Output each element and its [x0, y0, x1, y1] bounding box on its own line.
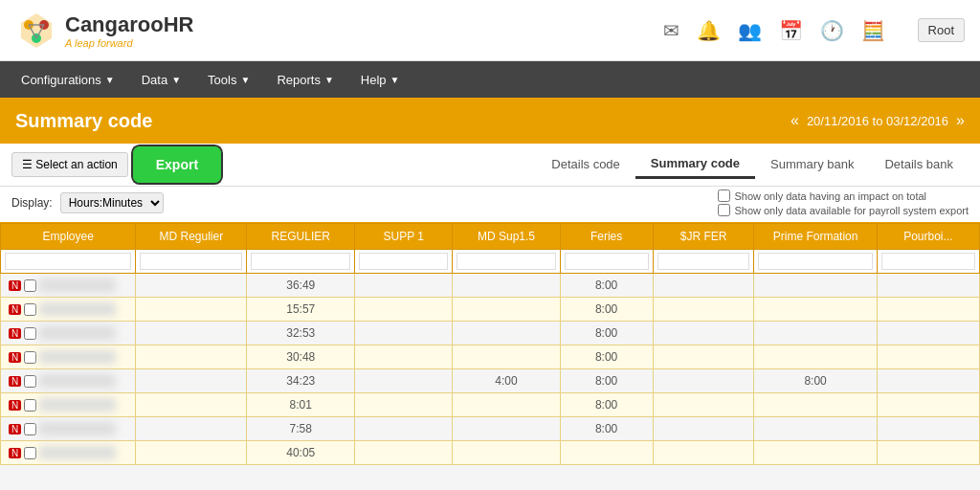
cell-value	[877, 298, 979, 322]
cell-value	[355, 322, 453, 345]
cell-value	[754, 393, 877, 417]
col-employee: Employee	[1, 224, 136, 250]
row-checkbox[interactable]	[24, 327, 36, 340]
messages-icon[interactable]: ✉	[663, 19, 679, 42]
tab-summary-bank[interactable]: Summary bank	[755, 151, 869, 179]
row-indicator: N	[9, 446, 127, 459]
filter-prime-formation[interactable]	[758, 253, 872, 270]
nav-data[interactable]: Data ▼	[128, 61, 194, 98]
cell-value	[136, 393, 247, 417]
filter-md-sup15[interactable]	[457, 253, 555, 270]
row-checkbox[interactable]	[24, 279, 36, 292]
cell-value	[136, 369, 247, 393]
app-title: CangarooHR	[65, 12, 193, 37]
filter-md-regulier[interactable]	[140, 253, 242, 270]
calculator-icon[interactable]: 🧮	[861, 19, 885, 42]
display-select[interactable]: Hours:Minutes Decimal	[60, 192, 164, 213]
filter-employee[interactable]	[5, 253, 131, 270]
cell-value	[877, 274, 979, 298]
row-checkbox[interactable]	[24, 399, 36, 412]
filter-jr-fer[interactable]	[657, 253, 750, 270]
select-action-button[interactable]: ☰ Select an action	[11, 152, 128, 177]
cell-value: 32:53	[247, 322, 355, 345]
cell-value	[453, 274, 560, 298]
row-checkbox[interactable]	[24, 351, 36, 364]
tab-summary-code[interactable]: Summary code	[635, 150, 755, 179]
total-impact-row: Show only data having an impact on total	[718, 189, 969, 202]
n-badge: N	[9, 328, 21, 339]
n-badge: N	[9, 376, 21, 387]
cell-value	[136, 322, 247, 345]
cell-value	[136, 274, 247, 298]
cell-value: 15:57	[247, 298, 355, 322]
table-row: N32:538:00	[1, 322, 980, 345]
nav-tools[interactable]: Tools ▼	[194, 61, 263, 98]
row-indicator: N	[9, 278, 127, 292]
nav-help[interactable]: Help ▼	[347, 61, 413, 98]
employee-name	[39, 446, 116, 459]
user-badge[interactable]: Root	[918, 18, 965, 42]
prev-date-btn[interactable]: «	[791, 112, 799, 129]
table-row: N15:578:00	[1, 298, 980, 322]
filter-supp1[interactable]	[359, 253, 448, 270]
cell-value	[754, 274, 877, 298]
calendar-icon[interactable]: 📅	[779, 19, 803, 42]
cell-value: 8:00	[754, 369, 877, 393]
nav-reports[interactable]: Reports ▼	[263, 61, 346, 98]
row-indicator: N	[9, 326, 127, 340]
table-row: N36:498:00	[1, 274, 980, 298]
tab-details-code[interactable]: Details code	[536, 151, 635, 179]
table-row: N30:488:00	[1, 345, 980, 369]
row-indicator: N	[9, 374, 127, 388]
cell-value	[453, 417, 560, 441]
cell-value	[877, 441, 979, 465]
row-checkbox[interactable]	[24, 303, 36, 316]
cell-value	[136, 441, 247, 465]
export-button[interactable]: Export	[136, 149, 218, 180]
col-supp1: SUPP 1	[355, 224, 453, 250]
cell-value	[355, 441, 453, 465]
n-badge: N	[9, 400, 21, 411]
nav-configurations[interactable]: Configurations ▼	[8, 61, 128, 98]
cell-value: 30:48	[247, 345, 355, 369]
tab-details-bank[interactable]: Details bank	[869, 151, 969, 179]
action-bar: ☰ Select an action Export Details code S…	[0, 144, 980, 187]
row-checkbox[interactable]	[24, 375, 36, 388]
clock-icon[interactable]: 🕐	[820, 19, 844, 42]
employee-name	[39, 422, 116, 435]
chevron-down-icon: ▼	[105, 75, 115, 85]
total-impact-checkbox[interactable]	[718, 189, 730, 202]
cell-value	[355, 345, 453, 369]
employee-name	[39, 278, 116, 292]
filter-feries[interactable]	[565, 253, 649, 270]
chevron-down-icon: ▼	[324, 75, 334, 85]
cell-value	[355, 274, 453, 298]
logo-icon	[15, 10, 57, 52]
row-indicator: N	[9, 350, 127, 364]
payroll-export-label: Show only data available for payroll sys…	[734, 205, 969, 216]
row-checkbox[interactable]	[24, 447, 36, 459]
notifications-icon[interactable]: 🔔	[697, 19, 721, 42]
row-checkbox[interactable]	[24, 423, 36, 435]
cell-value	[453, 345, 560, 369]
n-badge: N	[9, 304, 21, 315]
users-icon[interactable]: 👥	[738, 19, 762, 42]
cell-value	[877, 417, 979, 441]
payroll-export-checkbox[interactable]	[718, 204, 730, 216]
table-row: N7:588:00	[1, 417, 980, 441]
filter-regulier[interactable]	[251, 253, 350, 270]
employee-name	[39, 326, 116, 340]
col-jr-fer: $JR FER	[653, 224, 754, 250]
cell-value	[754, 417, 877, 441]
n-badge: N	[9, 424, 21, 434]
cell-value: 34:23	[247, 369, 355, 393]
cell-value	[453, 322, 560, 345]
cell-value: 8:00	[560, 369, 653, 393]
cell-value	[453, 441, 560, 465]
table-row: N8:018:00	[1, 393, 980, 417]
filter-pourboire[interactable]	[881, 253, 975, 270]
cell-value	[653, 345, 754, 369]
data-table: Employee MD Regulier REGULIER SUPP 1 MD …	[0, 223, 980, 465]
next-date-btn[interactable]: »	[956, 112, 965, 129]
cell-value	[355, 369, 453, 393]
